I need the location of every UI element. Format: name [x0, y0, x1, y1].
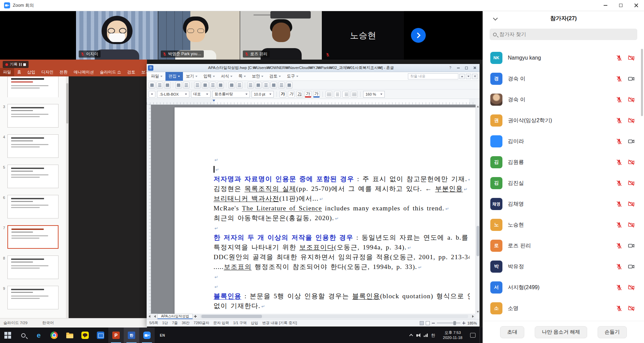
ime-indicator[interactable]: 한: [431, 333, 435, 338]
slide-thumbnail[interactable]: [7, 76, 59, 97]
language-bar-button[interactable]: EN: [155, 328, 170, 343]
hwp-menu-view[interactable]: 보기: [183, 72, 200, 81]
ribbon-tab-insert[interactable]: 삽입: [24, 68, 38, 76]
participant-row[interactable]: 김미라: [483, 131, 644, 152]
doc-line[interactable]: 특정지역을 나타내기 위한 보조표이다(오동근, 1994a, p. 34).↵: [214, 242, 470, 252]
ppt-slide-canvas[interactable]: [69, 76, 147, 318]
zoom-out-button[interactable]: [432, 323, 435, 323]
mic-muted-icon[interactable]: [615, 180, 623, 186]
video-off-icon[interactable]: [627, 284, 635, 291]
close-button[interactable]: [629, 0, 644, 11]
minimize-button[interactable]: [598, 0, 613, 11]
find-next-button[interactable]: [466, 74, 471, 79]
start-button[interactable]: [0, 328, 15, 343]
close-button[interactable]: [471, 65, 478, 71]
slide-thumbnail[interactable]: [7, 104, 59, 128]
underline-button[interactable]: 가: [296, 91, 303, 98]
panel-scrollbar[interactable]: [641, 49, 643, 116]
mail-button[interactable]: [93, 328, 108, 343]
zoom-taskbar-button[interactable]: [139, 328, 155, 343]
slide-thumbnail[interactable]: [7, 134, 59, 158]
video-tile-2-active-speaker[interactable]: 박영준 Park you…: [158, 11, 240, 60]
doc-line[interactable]: ↵: [214, 272, 470, 281]
participant-row[interactable]: 채영김채영: [483, 194, 644, 214]
font-size-select[interactable]: 10.0 pt: [252, 91, 274, 98]
find-close-button[interactable]: [472, 74, 478, 79]
video-off-icon[interactable]: [627, 159, 635, 166]
video-on-icon[interactable]: [627, 75, 635, 82]
doc-line[interactable]: 블록인용 : 본문을 5행 이상 인용할 경우는 블록인용(block quot…: [214, 291, 470, 301]
video-tile-3[interactable]: 로즈 핀리: [240, 11, 322, 60]
chart-icon[interactable]: [270, 82, 277, 89]
first-tab-button[interactable]: [147, 314, 152, 319]
video-off-icon[interactable]: [627, 221, 635, 229]
redo-icon[interactable]: [236, 82, 243, 89]
mic-muted-icon[interactable]: [615, 138, 623, 145]
participant-row[interactable]: 박박유정: [483, 256, 644, 277]
next-videos-button[interactable]: [411, 28, 426, 43]
zoom-level[interactable]: 185%: [467, 321, 477, 325]
video-off-icon[interactable]: [627, 96, 635, 103]
video-on-icon[interactable]: [627, 263, 635, 270]
slide-thumbnail[interactable]: [7, 286, 59, 309]
powerpoint-taskbar-button[interactable]: P: [108, 328, 124, 343]
slide-panel-scrollbar[interactable]: [66, 76, 69, 318]
hwp-menu-file[interactable]: 파일: [148, 72, 165, 81]
slider-handle[interactable]: [453, 321, 456, 325]
hwp-menu-edit[interactable]: 편집: [165, 72, 183, 81]
find-prev-button[interactable]: [459, 74, 465, 79]
align-justify-button[interactable]: [351, 91, 357, 98]
shape-copy-icon[interactable]: [217, 82, 224, 89]
doc-line[interactable]: 한 저자의 두 개 이상의 저작을 인용한 경우 : 동일년도의 자료는 연도에…: [214, 233, 470, 242]
ribbon-tab-slideshow[interactable]: 슬라이드 쇼: [97, 68, 124, 76]
copy-icon[interactable]: [202, 82, 209, 89]
prev-tab-button[interactable]: [152, 314, 157, 319]
save-icon[interactable]: [164, 82, 171, 89]
doc-line[interactable]: ↵: [214, 164, 470, 174]
add-tab-button[interactable]: [193, 314, 198, 319]
video-off-icon[interactable]: [627, 179, 635, 187]
line-spacing-select[interactable]: 160 %: [363, 91, 385, 98]
hwp-menu-page[interactable]: 쪽: [235, 72, 249, 81]
horizontal-ruler[interactable]: [147, 99, 476, 105]
mic-muted-icon[interactable]: [615, 96, 623, 103]
slide-thumbnail[interactable]: [7, 195, 59, 218]
mic-muted-icon[interactable]: [615, 242, 623, 249]
paragraph-mark-toggle[interactable]: [149, 91, 155, 98]
slide-thumbnail[interactable]: [7, 225, 59, 249]
hwp-taskbar-button[interactable]: 한: [124, 328, 139, 343]
ribbon-tab-transitions[interactable]: 전환: [56, 68, 71, 76]
video-tile-1[interactable]: 이지미: [76, 11, 158, 60]
italic-button[interactable]: 가: [288, 91, 295, 98]
doc-line[interactable]: ↵: [214, 281, 470, 291]
mic-muted-icon[interactable]: [615, 117, 623, 124]
edge-button[interactable]: e: [31, 328, 46, 343]
video-on-icon[interactable]: [627, 242, 635, 249]
undo-icon[interactable]: [228, 82, 235, 89]
participant-row[interactable]: 로로즈 핀리: [483, 235, 644, 256]
page-view-icon[interactable]: [420, 321, 424, 325]
participant-row[interactable]: 소소영: [483, 298, 644, 319]
video-off-icon[interactable]: [627, 54, 635, 62]
mic-muted-icon[interactable]: [615, 75, 623, 82]
paste-icon[interactable]: [210, 82, 216, 89]
mic-muted-icon[interactable]: [615, 284, 623, 291]
preset-select[interactable]: 대표: [191, 91, 211, 98]
hwp-document-area[interactable]: ↵↵저자명과 자료명이 인용문 중에 포함된 경우 : 주 표시 없이 참고문헌…: [151, 105, 476, 314]
hwp-titlebar[interactable]: 한 APA스타일작성법.hwp [C:₩Users₩OWNER₩NaverClo…: [147, 64, 480, 72]
slide-thumbnail[interactable]: [7, 165, 59, 188]
highlight-color-button[interactable]: 가: [313, 91, 320, 98]
picture-icon[interactable]: [263, 82, 269, 89]
zoom-slider[interactable]: [437, 322, 460, 323]
hwp-menu-review[interactable]: 검토: [266, 72, 284, 81]
hwp-menu-security[interactable]: 보안: [249, 72, 266, 81]
find-icon[interactable]: [247, 82, 254, 89]
chrome-button[interactable]: [46, 328, 62, 343]
ribbon-tab-home[interactable]: 홈: [14, 68, 24, 76]
participant-row[interactable]: 경경숙 이: [483, 68, 644, 89]
video-off-icon[interactable]: [627, 305, 635, 312]
stop-recording-button[interactable]: [23, 63, 26, 66]
slide-thumbnail[interactable]: [7, 255, 59, 279]
align-right-button[interactable]: [342, 91, 349, 98]
char-map-icon[interactable]: [286, 82, 293, 89]
